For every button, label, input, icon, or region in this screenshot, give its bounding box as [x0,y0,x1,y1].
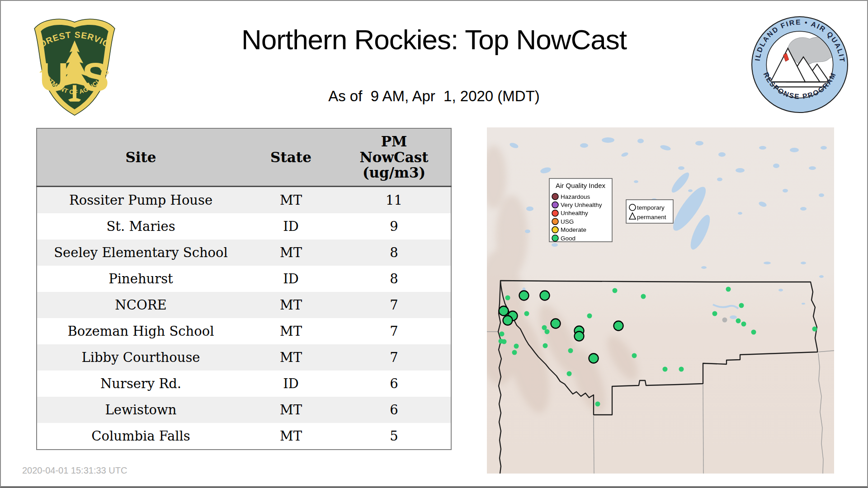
table-row: Rossiter Pump HouseMT11 [37,187,451,214]
monitor-dot-temporary [589,354,599,363]
monitor-dot-temporary [499,306,509,316]
site-cell: Nursery Rd. [37,371,245,397]
table-row: NCOREMT7 [37,292,451,318]
monitor-dot-permanent [542,325,547,330]
column-header-state: State [245,128,337,187]
aqi-level-label: Unhealthy [561,210,588,216]
state-cell: MT [245,292,337,318]
site-cell: St. Maries [37,213,245,239]
aqi-level-dot [552,193,558,200]
site-cell: Bozeman High School [37,318,245,344]
table-row: Columbia FallsMT5 [37,423,451,450]
monitor-dot-permanent [632,353,637,358]
monitor-dot-permanent [568,348,573,353]
site-cell: Libby Courthouse [37,344,245,371]
monitor-dot-permanent [512,350,517,355]
monitor-dot-nodata [722,318,727,323]
state-cell: ID [245,371,337,397]
temporary-marker-icon [629,204,636,211]
value-cell: 8 [337,239,451,266]
aqi-level-dot [552,210,558,216]
aqi-legend-title: Air Quality Index [556,182,606,189]
temporary-label: temporary [637,204,665,211]
page-title: Northern Rockies: Top NowCast [1,23,867,56]
site-cell: NCORE [37,292,245,318]
table-row: LewistownMT6 [37,397,451,423]
aqi-level-label: Hazardous [561,193,590,200]
monitor-dot-permanent [712,311,717,316]
monitor-dot-permanent [812,327,817,332]
state-cell: MT [245,187,337,214]
monitor-dot-permanent [663,367,668,372]
aqi-level-label: USG [561,218,574,225]
state-cell: MT [245,318,337,344]
state-cell: MT [245,239,337,266]
monitor-dot-permanent [679,367,684,372]
value-cell: 7 [337,292,451,318]
monitor-dot-permanent [502,339,507,344]
monitor-dot-permanent [739,303,744,308]
monitor-dot-permanent [726,287,731,292]
value-cell: 11 [337,187,451,214]
marker-type-legend: temporary permanent [626,200,673,223]
monitor-dot-permanent [505,296,510,300]
monitor-dot-permanent [514,344,519,349]
state-cell: MT [245,397,337,423]
column-header-pm-nowcast: PM NowCast (ug/m3) [337,128,451,187]
column-header-site: Site [37,128,245,187]
monitor-dot-temporary [614,321,623,331]
state-cell: MT [245,423,337,450]
monitor-dot-permanent [751,330,756,335]
monitor-dot-temporary [503,316,513,325]
monitor-dot-permanent [736,319,741,324]
table-header-row: Site State PM NowCast (ug/m3) [37,128,451,187]
monitor-dot-permanent [587,314,592,319]
monitor-dot-temporary [551,319,561,328]
monitor-dot-permanent [595,402,600,407]
value-cell: 6 [337,397,451,423]
table-row: Bozeman High SchoolMT7 [37,318,451,344]
aqi-legend: Air Quality Index HazardousVery Unhealth… [549,178,612,242]
monitor-dot-permanent [543,343,548,348]
page-subtitle: As of 9 AM, Apr 1, 2020 (MDT) [1,88,867,105]
aqi-level-dot [552,218,558,225]
monitor-dot-temporary [575,332,584,341]
monitor-map: Air Quality Index HazardousVery Unhealth… [487,127,834,474]
aqi-level-label: Good [561,235,576,242]
site-cell: Seeley Elementary School [37,239,245,266]
site-cell: Lewistown [37,397,245,423]
monitor-dot-permanent [524,311,529,316]
state-cell: ID [245,213,337,239]
value-cell: 6 [337,371,451,397]
value-cell: 5 [337,423,451,450]
state-cell: ID [245,266,337,292]
value-cell: 9 [337,213,451,239]
value-cell: 7 [337,344,451,371]
site-cell: Columbia Falls [37,423,245,450]
aqi-level-dot [552,227,558,233]
table-row: Libby CourthouseMT7 [37,344,451,371]
monitor-dot-permanent [545,329,550,334]
site-cell: Pinehurst [37,266,245,292]
nowcast-table: Site State PM NowCast (ug/m3) Rossiter P… [36,128,452,450]
monitor-markers-nodata [722,318,727,323]
wfaqrp-logo-icon: WILDLAND FIRE • AIR QUALITY RESPONSE PRO… [750,15,849,114]
aqi-level-label: Very Unhealthy [561,202,602,208]
monitor-dot-temporary [519,291,529,300]
generation-timestamp: 2020-04-01 15:31:33 UTC [22,465,127,476]
monitor-dot-temporary [540,291,550,300]
value-cell: 8 [337,266,451,292]
aqi-level-dot [552,235,558,241]
site-cell: Rossiter Pump House [37,187,245,214]
table-row: Seeley Elementary SchoolMT8 [37,239,451,266]
table-row: PinehurstID8 [37,266,451,292]
monitor-dot-permanent [741,322,746,327]
monitor-dot-permanent [567,371,572,376]
permanent-label: permanent [637,214,666,221]
table-row: Nursery Rd.ID6 [37,371,451,397]
monitor-dot-permanent [613,288,618,293]
aqi-level-dot [552,202,558,208]
aqi-level-label: Moderate [561,226,586,233]
report-page: FOREST SERVICE U S DEPARTMENT OF AGRICUL… [0,0,868,488]
table-row: St. MariesID9 [37,213,451,239]
